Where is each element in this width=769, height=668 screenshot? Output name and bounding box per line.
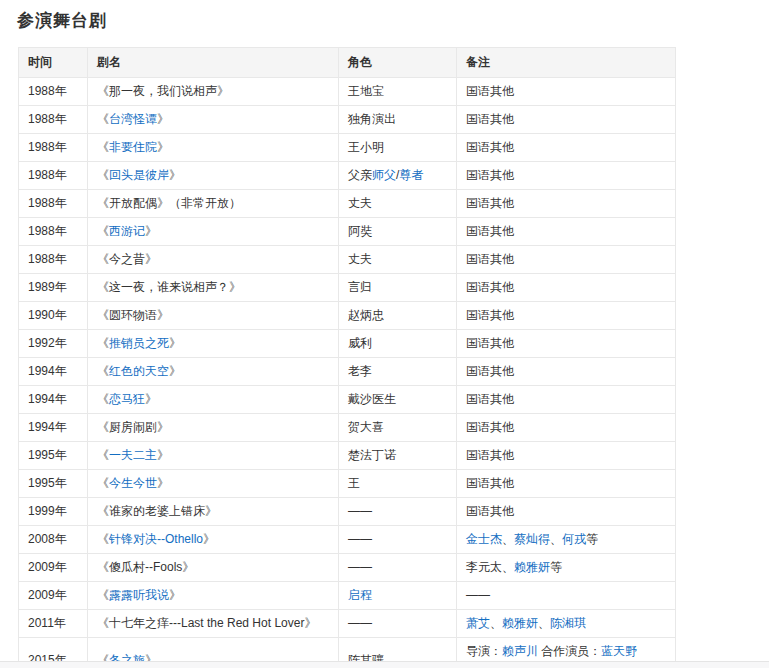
role-text: 戴沙医生 <box>348 392 396 406</box>
cell-note: —— <box>457 582 676 610</box>
note-link[interactable]: 金士杰 <box>466 532 502 546</box>
cell-play-title: 《谁家的老婆上错床》 <box>88 498 339 526</box>
role-text: 赵炳忠 <box>348 308 384 322</box>
play-title-text: 《厨房闹剧》 <box>97 420 169 434</box>
role-link[interactable]: 尊者 <box>399 168 423 182</box>
play-title-text: 《 <box>97 168 109 182</box>
cell-time: 2009年 <box>19 582 88 610</box>
cell-role: 戴沙医生 <box>339 386 457 414</box>
note-text: 国语其他 <box>466 224 514 238</box>
table-row: 1988年《西游记》阿奘国语其他 <box>19 218 676 246</box>
time-text: 1994年 <box>28 420 67 434</box>
play-title-text: 《那一夜，我们说相声》 <box>97 84 229 98</box>
time-text: 1992年 <box>28 336 67 350</box>
role-link[interactable]: 师父 <box>372 168 396 182</box>
play-title-link[interactable]: 今生今世 <box>109 476 157 490</box>
play-title-text: 《这一夜，谁来说相声？》 <box>97 280 241 294</box>
cell-time: 1988年 <box>19 218 88 246</box>
note-link[interactable]: 赖雅妍 <box>502 616 538 630</box>
note-link[interactable]: 陈湘琪 <box>550 616 586 630</box>
play-title-link[interactable]: 针锋对决--Othello <box>109 532 203 546</box>
play-title-link[interactable]: 西游记 <box>109 224 145 238</box>
column-header-time: 时间 <box>19 48 88 78</box>
note-link[interactable]: 萧艾 <box>466 616 490 630</box>
table-row: 1988年《那一夜，我们说相声》王地宝国语其他 <box>19 78 676 106</box>
role-link[interactable]: 启程 <box>348 588 372 602</box>
note-link[interactable]: 赖声川 <box>502 644 538 658</box>
role-text: 楚法丁诺 <box>348 448 396 462</box>
time-text: 1988年 <box>28 252 67 266</box>
cell-role: —— <box>339 554 457 582</box>
play-title-link[interactable]: 露露听我说 <box>109 588 169 602</box>
play-title-text: 》 <box>157 448 169 462</box>
time-text: 2009年 <box>28 588 67 602</box>
note-text: 国语其他 <box>466 168 514 182</box>
cell-time: 1988年 <box>19 162 88 190</box>
header-row: 时间剧名角色备注 <box>19 48 676 78</box>
play-title-link[interactable]: 回头是彼岸 <box>109 168 169 182</box>
cell-play-title: 《今之昔》 <box>88 246 339 274</box>
play-title-link[interactable]: 恋马狂 <box>109 392 145 406</box>
play-title-link[interactable]: 红色的天空 <box>109 364 169 378</box>
note-link[interactable]: 赖雅妍 <box>514 560 550 574</box>
cell-role: 贺大喜 <box>339 414 457 442</box>
role-text: 丈夫 <box>348 196 372 210</box>
role-text: 阿奘 <box>348 224 372 238</box>
stage-plays-section: 参演舞台剧 时间剧名角色备注 1988年《那一夜，我们说相声》王地宝国语其他19… <box>0 0 769 668</box>
role-text: 王 <box>348 476 360 490</box>
table-row: 1988年《今之昔》丈夫国语其他 <box>19 246 676 274</box>
cell-play-title: 《开放配偶》（非常开放） <box>88 190 339 218</box>
cell-time: 1988年 <box>19 106 88 134</box>
cell-play-title: 《红色的天空》 <box>88 358 339 386</box>
cell-note: 国语其他 <box>457 106 676 134</box>
note-link[interactable]: 蓝天野 <box>601 644 637 658</box>
cell-time: 1988年 <box>19 134 88 162</box>
cell-play-title: 《傻瓜村--Fools》 <box>88 554 339 582</box>
cell-note: 国语其他 <box>457 358 676 386</box>
cell-role: 言归 <box>339 274 457 302</box>
cell-play-title: 《恋马狂》 <box>88 386 339 414</box>
cell-play-title: 《一夫二主》 <box>88 442 339 470</box>
column-header-title: 剧名 <box>88 48 339 78</box>
note-link[interactable]: 何戎 <box>562 532 586 546</box>
note-link[interactable]: 蔡灿得 <box>514 532 550 546</box>
play-title-link[interactable]: 台湾怪谭 <box>109 112 157 126</box>
table-row: 1995年《今生今世》王国语其他 <box>19 470 676 498</box>
note-text: 国语其他 <box>466 336 514 350</box>
table-header: 时间剧名角色备注 <box>19 48 676 78</box>
cell-play-title: 《那一夜，我们说相声》 <box>88 78 339 106</box>
note-text: 国语其他 <box>466 140 514 154</box>
play-title-text: 》 <box>169 364 181 378</box>
play-title-link[interactable]: 一夫二主 <box>109 448 157 462</box>
play-title-text: 《 <box>97 336 109 350</box>
table-row: 2011年《十七年之痒---Last the Red Hot Lover》——萧… <box>19 610 676 638</box>
role-text: —— <box>348 560 372 574</box>
cell-play-title: 《台湾怪谭》 <box>88 106 339 134</box>
cell-note: 国语其他 <box>457 470 676 498</box>
cell-note: 国语其他 <box>457 134 676 162</box>
play-title-text: 《 <box>97 532 109 546</box>
note-text: 、 <box>538 616 550 630</box>
cell-note: 国语其他 <box>457 498 676 526</box>
cell-role: 阿奘 <box>339 218 457 246</box>
role-text: —— <box>348 532 372 546</box>
time-text: 1990年 <box>28 308 67 322</box>
cell-time: 1999年 <box>19 498 88 526</box>
cell-role: 父亲师父/尊者 <box>339 162 457 190</box>
time-text: 1994年 <box>28 364 67 378</box>
play-title-link[interactable]: 推销员之死 <box>109 336 169 350</box>
cell-note: 国语其他 <box>457 330 676 358</box>
table-row: 1988年《开放配偶》（非常开放）丈夫国语其他 <box>19 190 676 218</box>
table-row: 2009年《傻瓜村--Fools》——李元太、赖雅妍等 <box>19 554 676 582</box>
table-row: 1999年《谁家的老婆上错床》——国语其他 <box>19 498 676 526</box>
play-title-link[interactable]: 非要住院 <box>109 140 157 154</box>
time-text: 1999年 <box>28 504 67 518</box>
cell-role: 王地宝 <box>339 78 457 106</box>
column-header-role: 角色 <box>339 48 457 78</box>
cell-note: 萧艾、赖雅妍、陈湘琪 <box>457 610 676 638</box>
cell-play-title: 《非要住院》 <box>88 134 339 162</box>
section-divider <box>0 661 769 668</box>
cell-note: 金士杰、蔡灿得、何戎等 <box>457 526 676 554</box>
play-title-text: 《开放配偶》（非常开放） <box>97 196 241 210</box>
time-text: 1988年 <box>28 112 67 126</box>
